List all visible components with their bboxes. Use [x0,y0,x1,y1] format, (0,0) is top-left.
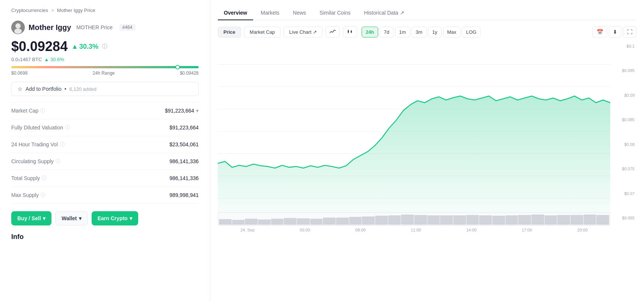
total-supply-info-icon[interactable]: ⓘ [42,175,47,182]
stat-label-fdv: Fully Diluted Valuation ⓘ [11,124,70,131]
stat-row-max-supply: Max Supply ⓘ 989,998,941 [11,187,199,204]
x-label-11: 11:00 [411,228,421,232]
download-icon-button[interactable]: ⬇ [609,26,621,38]
chart-line-icon-button[interactable] [326,26,340,38]
mini-bars [218,213,610,225]
tab-similar-coins[interactable]: Similar Coins [314,6,356,20]
y-label-0.1: $0.1 [610,44,636,48]
stats-section: Market Cap ⓘ $91,223,664 ▾ Fully Diluted… [11,102,199,204]
breadcrumb-separator: > [51,8,54,13]
time-btn-7d[interactable]: 7d [380,27,393,38]
stat-label-total-supply: Total Supply ⓘ [11,175,47,182]
range-high: $0.09428 [180,71,199,76]
breadcrumb-parent[interactable]: Cryptocurrencies [11,8,48,13]
y-label-0.065: $0.065 [610,216,636,220]
tab-news[interactable]: News [287,6,312,20]
btc-price: 0.0₅1467 BTC ▲ 30.6% [11,57,199,62]
price-info-icon[interactable]: ⓘ [102,43,107,50]
range-bar [11,66,199,68]
calendar-icon-button[interactable]: 📅 [593,26,607,38]
price-value: $0.09284 [11,39,68,54]
x-label-17: 17:00 [522,228,532,232]
fdv-info-icon[interactable]: ⓘ [65,124,70,131]
range-low: $0.0698 [11,71,27,76]
stat-label-max-supply: Max Supply ⓘ [11,192,45,198]
stat-value-circulating: 986,141,336 [169,158,199,164]
chart-type-livechart-button[interactable]: Live Chart ↗ [284,27,323,38]
tabs-bar: Overview Markets News Similar Coins Hist… [218,6,636,20]
buy-sell-button[interactable]: Buy / Sell ▾ [11,211,51,225]
stat-label-circulating: Circulating Supply ⓘ [11,158,60,165]
stat-value-fdv: $91,223,664 [169,125,199,131]
range-bar-thumb [175,65,180,69]
chart-container: $0.1 $0.095 $0.09 $0.085 $0.08 $0.075 $0… [218,42,636,237]
time-btn-log[interactable]: LOG [462,27,480,38]
volume-info-icon[interactable]: ⓘ [60,141,65,148]
stat-row-volume: 24 Hour Trading Vol ⓘ $23,504,061 [11,136,199,153]
x-axis: 24. Sep 05:00 08:00 11:00 14:00 17:00 20… [218,226,610,237]
portfolio-btn-label: Add to Portfolio [26,86,62,92]
stat-label-volume: 24 Hour Trading Vol ⓘ [11,141,65,148]
expand-icon-button[interactable]: ⛶ [623,26,636,38]
info-heading: Info [11,233,199,241]
stat-value-total-supply: 986,141,336 [169,175,199,181]
price-change: ▲ 30.3% [71,43,98,51]
external-link-icon: ↗ [400,10,404,16]
y-label-0.095: $0.095 [610,68,636,73]
x-label-05: 05:00 [300,228,310,232]
market-cap-expand-icon[interactable]: ▾ [196,108,199,114]
time-btn-1y[interactable]: 1y [428,27,442,38]
chart-type-marketcap-button[interactable]: Market Cap [244,27,281,38]
portfolio-divider: • [65,86,66,92]
coin-header: Mother Iggy MOTHER Price #464 [11,21,199,34]
y-label-0.09: $0.09 [610,93,636,98]
time-btn-3m[interactable]: 3m [412,27,427,38]
tab-markets[interactable]: Markets [255,6,285,20]
earn-crypto-chevron-icon: ▾ [130,215,132,221]
price-main: $0.09284 ▲ 30.3% ⓘ [11,39,199,54]
stat-value-market-cap: $91,223,664 ▾ [165,108,199,114]
time-btn-max[interactable]: Max [443,27,461,38]
chart-candle-icon-button[interactable] [343,26,357,38]
wallet-chevron-icon: ▾ [79,215,81,221]
mini-chart [218,212,610,226]
chart-action-buttons: 📅 ⬇ ⛶ [593,26,636,38]
buy-sell-chevron-icon: ▾ [43,215,45,221]
chart-time-buttons: 24h 7d 1m 3m 1y Max LOG [362,27,481,38]
coin-name: Mother Iggy [29,23,71,32]
stat-row-fdv: Fully Diluted Valuation ⓘ $91,223,664 [11,119,199,136]
breadcrumb-current: Mother Iggy Price [57,8,95,13]
time-btn-24h[interactable]: 24h [362,27,378,38]
breadcrumb: Cryptocurrencies > Mother Iggy Price [11,8,199,13]
x-label-08: 08:00 [355,228,366,232]
add-to-portfolio-button[interactable]: ☆ Add to Portfolio • 6,120 added [11,82,199,96]
x-label-sep24: 24. Sep [240,228,255,232]
range-labels: $0.0698 24h Range $0.09428 [11,71,199,76]
coin-rank: #464 [119,24,136,31]
stat-label-market-cap: Market Cap ⓘ [11,107,45,114]
time-btn-1m[interactable]: 1m [395,27,410,38]
circulating-info-icon[interactable]: ⓘ [56,158,60,165]
star-icon: ☆ [18,86,23,92]
y-label-0.07: $0.07 [610,191,636,196]
wallet-button[interactable]: Wallet ▾ [55,211,88,225]
range-bar-container: $0.0698 24h Range $0.09428 [11,66,199,76]
stat-row-market-cap: Market Cap ⓘ $91,223,664 ▾ [11,102,199,119]
svg-point-1 [15,23,21,29]
earn-crypto-button[interactable]: Earn Crypto ▾ [92,211,138,225]
tab-historical-data[interactable]: Historical Data ↗ [358,6,410,20]
right-panel: Overview Markets News Similar Coins Hist… [210,0,644,302]
tab-overview[interactable]: Overview [218,6,253,20]
stat-row-circulating: Circulating Supply ⓘ 986,141,336 [11,153,199,170]
chart-type-price-button[interactable]: Price [218,27,241,38]
coin-avatar [11,21,25,34]
x-label-14: 14:00 [466,228,477,232]
svg-point-2 [14,29,22,34]
max-supply-info-icon[interactable]: ⓘ [41,192,45,198]
stat-value-max-supply: 989,998,941 [169,192,199,198]
btc-change: ▲ 30.6% [44,57,64,62]
action-buttons: Buy / Sell ▾ Wallet ▾ Earn Crypto ▾ [11,211,199,225]
market-cap-info-icon[interactable]: ⓘ [40,107,45,114]
x-label-20: 20:00 [577,228,588,232]
coin-ticker: MOTHER Price [76,24,112,30]
